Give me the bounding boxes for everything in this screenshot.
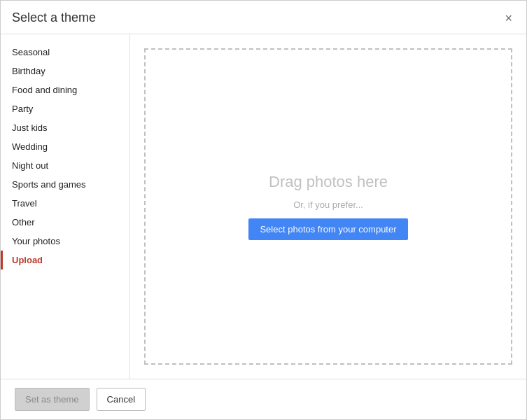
sidebar-item-travel[interactable]: Travel [1,194,129,213]
dialog-body: SeasonalBirthdayFood and diningPartyJust… [1,34,526,379]
sidebar-item-food-and-dining[interactable]: Food and dining [1,80,129,99]
sidebar-item-birthday[interactable]: Birthday [1,62,129,80]
sidebar-item-seasonal[interactable]: Seasonal [1,43,129,62]
theme-sidebar: SeasonalBirthdayFood and diningPartyJust… [1,34,130,379]
sidebar-item-wedding[interactable]: Wedding [1,137,129,156]
close-button[interactable]: × [502,12,515,24]
drop-zone-sub-text: Or, if you prefer... [293,200,363,210]
main-content: Drag photos here Or, if you prefer... Se… [130,34,526,379]
sidebar-item-upload[interactable]: Upload [1,251,129,270]
sidebar-item-sports-and-games[interactable]: Sports and games [1,175,129,194]
sidebar-item-just-kids[interactable]: Just kids [1,118,129,137]
sidebar-item-night-out[interactable]: Night out [1,156,129,175]
dialog-footer: Set as theme Cancel [1,379,526,419]
dialog-header: Select a theme × [1,1,526,34]
set-theme-button[interactable]: Set as theme [15,388,90,411]
drop-zone-main-text: Drag photos here [269,173,388,191]
select-theme-dialog: Select a theme × SeasonalBirthdayFood an… [0,0,527,420]
select-photos-button[interactable]: Select photos from your computer [248,218,407,240]
sidebar-item-your-photos[interactable]: Your photos [1,232,129,251]
sidebar-item-other[interactable]: Other [1,213,129,232]
drop-zone: Drag photos here Or, if you prefer... Se… [144,48,512,365]
cancel-button[interactable]: Cancel [97,388,146,411]
dialog-title: Select a theme [12,10,96,25]
sidebar-item-party[interactable]: Party [1,99,129,118]
